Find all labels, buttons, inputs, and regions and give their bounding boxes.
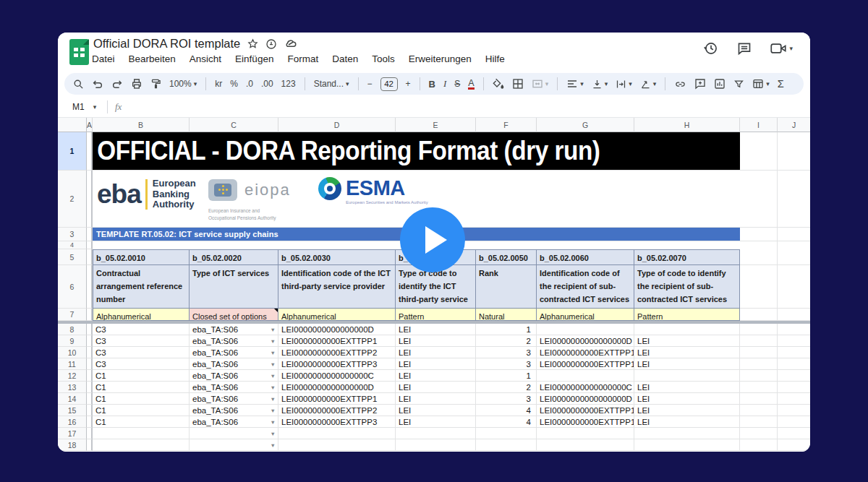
cell-D8[interactable]: LEI0000000000000000D: [278, 324, 396, 335]
insert-comment-button[interactable]: [694, 78, 706, 90]
cell-I15[interactable]: [740, 405, 778, 416]
row-header-5[interactable]: 5: [58, 249, 87, 265]
currency-format-button[interactable]: kr: [215, 79, 222, 89]
cell-H15[interactable]: LEI: [634, 405, 740, 416]
horizontal-align-button[interactable]: ▾: [566, 79, 584, 89]
cell-C10[interactable]: eba_TA:S06▼: [190, 347, 278, 358]
cell-G8[interactable]: [537, 324, 634, 335]
cell-A13[interactable]: [87, 382, 93, 393]
field-descriptions-7[interactable]: Type of code to identify the recipient o…: [634, 265, 740, 309]
font-select[interactable]: Stand...▾: [314, 79, 349, 89]
cell-C11[interactable]: eba_TA:S06▼: [190, 358, 278, 370]
drive-protection-icon[interactable]: [265, 38, 277, 50]
cell-C14[interactable]: eba_TA:S06▼: [190, 393, 278, 405]
column-header-C[interactable]: C: [190, 118, 278, 132]
field-descriptions-1[interactable]: Contractual arrangement reference number: [93, 265, 190, 309]
cell-B18[interactable]: [93, 439, 190, 451]
cell-H8[interactable]: [634, 324, 740, 335]
increase-decimals-button[interactable]: .00: [261, 79, 273, 89]
cell-J14[interactable]: [778, 393, 810, 405]
cell-I6[interactable]: [740, 265, 778, 309]
decrease-decimals-button[interactable]: .0: [246, 79, 253, 89]
cell-I14[interactable]: [740, 393, 778, 405]
cell-I8[interactable]: [740, 324, 778, 335]
search-menus-button[interactable]: [73, 79, 84, 90]
cell-J13[interactable]: [778, 382, 810, 393]
cell-A7[interactable]: [87, 309, 93, 321]
vertical-align-button[interactable]: ▾: [592, 79, 608, 90]
text-wrap-button[interactable]: ▾: [616, 79, 632, 90]
cell-H14[interactable]: LEI: [634, 393, 740, 405]
font-size-decrease-button[interactable]: −: [367, 79, 373, 89]
cell-C18[interactable]: ▼: [190, 439, 278, 451]
fill-color-button[interactable]: [493, 78, 504, 90]
field-descriptions-5[interactable]: Rank: [476, 265, 537, 309]
row-header-16[interactable]: 16: [58, 416, 87, 428]
cell-E14[interactable]: LEI: [396, 393, 476, 405]
cell-G9[interactable]: LEI0000000000000000D: [537, 335, 634, 347]
italic-button[interactable]: I: [443, 78, 446, 90]
cell-C17[interactable]: ▼: [190, 428, 278, 439]
row-header-14[interactable]: 14: [58, 393, 87, 405]
row-header-17[interactable]: 17: [58, 428, 87, 439]
cell-J2[interactable]: [778, 171, 810, 228]
cell-J3[interactable]: [778, 228, 810, 241]
cell-E11[interactable]: LEI: [396, 358, 476, 370]
cell-H12[interactable]: [634, 370, 740, 382]
field-types-5[interactable]: Natural number: [476, 309, 537, 321]
cell-F9[interactable]: 2: [476, 335, 537, 347]
cell-D10[interactable]: LEI0000000000EXTTPP2: [278, 347, 396, 358]
dropdown-caret-icon[interactable]: ▼: [271, 372, 276, 379]
cell-E16[interactable]: LEI: [396, 416, 476, 428]
cell-C15[interactable]: eba_TA:S06▼: [190, 405, 278, 416]
cell-I4[interactable]: [740, 241, 778, 249]
cloud-saved-icon[interactable]: [284, 38, 297, 49]
cell-B15[interactable]: C1: [93, 405, 190, 416]
cell-A12[interactable]: [87, 370, 93, 382]
cell-G17[interactable]: [537, 428, 634, 439]
cell-E10[interactable]: LEI: [396, 347, 476, 358]
cell-I3[interactable]: [740, 228, 778, 241]
menu-tools[interactable]: Tools: [372, 53, 395, 64]
cell-B9[interactable]: C3: [93, 335, 190, 347]
cell-A9[interactable]: [87, 335, 93, 347]
menu-hilfe[interactable]: Hilfe: [485, 53, 505, 64]
cell-D16[interactable]: LEI0000000000EXTTPP3: [278, 416, 396, 428]
column-header-A[interactable]: A: [87, 118, 93, 132]
cell-A15[interactable]: [87, 405, 93, 416]
cell-J1[interactable]: [778, 132, 810, 171]
cell-A8[interactable]: [87, 324, 93, 335]
cell-D18[interactable]: [278, 439, 396, 451]
column-header-G[interactable]: G: [537, 118, 634, 132]
cell-A14[interactable]: [87, 393, 93, 405]
functions-button[interactable]: Σ: [778, 78, 784, 90]
column-header-E[interactable]: E: [396, 118, 476, 132]
cell-A4[interactable]: [87, 241, 93, 249]
field-types-1[interactable]: Alphanumerical: [93, 309, 190, 321]
cell-A3[interactable]: [87, 228, 93, 241]
cell-H11[interactable]: LEI: [634, 358, 740, 370]
name-box[interactable]: M1▾: [58, 102, 104, 112]
cell-B10[interactable]: C3: [93, 347, 190, 358]
cell-B13[interactable]: C1: [93, 382, 190, 393]
strikethrough-button[interactable]: S: [454, 79, 460, 89]
cell-C8[interactable]: eba_TA:S06▼: [190, 324, 278, 335]
cell-C9[interactable]: eba_TA:S06▼: [190, 335, 278, 347]
bold-button[interactable]: B: [429, 79, 435, 90]
dropdown-caret-icon[interactable]: ▼: [271, 337, 276, 344]
dropdown-caret-icon[interactable]: ▼: [271, 418, 276, 425]
column-header-B[interactable]: B: [93, 118, 190, 132]
cell-I13[interactable]: [740, 382, 778, 393]
field-types-3[interactable]: Alphanumerical: [278, 309, 396, 321]
cell-D12[interactable]: LEI0000000000000000C: [278, 370, 396, 382]
cell-E13[interactable]: LEI: [396, 382, 476, 393]
cell-H16[interactable]: LEI: [634, 416, 740, 428]
row-header-9[interactable]: 9: [58, 335, 87, 347]
menu-daten[interactable]: Daten: [332, 53, 358, 64]
row-header-3[interactable]: 3: [58, 228, 87, 241]
field-types-2[interactable]: Closed set of options: [190, 309, 278, 321]
menu-einfügen[interactable]: Einfügen: [235, 53, 273, 64]
paint-format-button[interactable]: [150, 78, 161, 90]
cell-D14[interactable]: LEI0000000000EXTTPP1: [278, 393, 396, 405]
borders-button[interactable]: [512, 78, 524, 90]
